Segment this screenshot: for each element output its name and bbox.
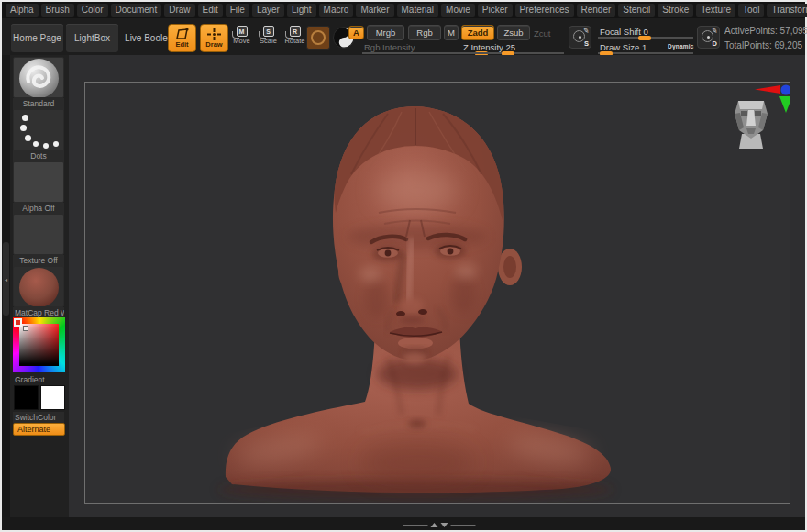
menu-item[interactable]: Render [577,4,616,17]
edit-quad-icon [174,28,190,41]
dynamic-toggle[interactable]: Dynamic [668,43,694,50]
alpha-quick-button[interactable]: A [348,26,364,39]
draw-dial-letter: D [713,39,717,48]
stroke-dial-dot [579,36,581,39]
stroke-selector[interactable]: Dots [13,109,64,162]
z-intensity-slider[interactable]: Z Intensity 25 [461,42,564,54]
stroke-pen-icon: ✎ [583,26,591,35]
viewport-area [69,55,805,517]
draw-crosshair-icon [206,28,222,41]
alternate-button[interactable]: Alternate [13,423,65,436]
x-axis-arrow[interactable] [755,85,780,94]
tray-collapse-handle[interactable]: ◂ [3,242,9,316]
zadd-button[interactable]: Zadd [461,25,494,40]
edit-button[interactable]: Edit [168,24,196,52]
menu-item[interactable]: Texture [696,4,735,17]
material-thumbnail[interactable] [13,266,64,307]
color-selection-marker[interactable] [23,326,28,331]
texture-selector[interactable]: Texture Off [13,214,64,267]
zbrush-window: AlphaBrushColorDocumentDrawEditFileLayer… [0,0,807,532]
stroke-dial-button[interactable]: ✎ S [569,26,591,49]
polymesh-head-icon [735,101,768,149]
menu-item[interactable]: Preferences [515,4,574,17]
menu-item[interactable]: Document [111,4,162,17]
move-button[interactable]: M Move [229,26,254,45]
lightbox-button[interactable]: LightBox [66,24,118,52]
rotate-button[interactable]: R Rotate [282,26,307,45]
brush-swirl-icon [14,58,64,98]
rgb-label: Rgb [416,28,432,38]
matcap-red-wax-sphere-icon [19,268,59,307]
left-divider-rail[interactable]: ◂ [2,55,10,517]
menu-item[interactable]: Layer [252,4,284,17]
mrgb-button[interactable]: Mrgb [367,25,404,40]
total-points-readout: TotalPoints: 69,205 [724,40,802,50]
alpha-thumbnail[interactable] [13,161,64,203]
menu-item[interactable]: Movie [441,4,475,17]
edit-label: Edit [175,41,188,49]
top-shelf: Home Page LightBox Live Boolean Edit Dra… [2,18,805,55]
secondary-color-swatch[interactable] [40,385,65,410]
brush-selector[interactable]: Standard [13,57,64,110]
rotate-badge: R [293,28,297,35]
menu-item[interactable]: Macro [319,4,354,17]
scale-label: Scale [260,38,277,45]
document-canvas[interactable] [84,82,790,504]
rotate-label: Rotate [284,38,304,45]
menu-item[interactable]: File [226,4,249,17]
menu-item[interactable]: Stencil [618,4,655,17]
zcut-button[interactable]: Zcut [534,28,550,39]
mrgb-label: Mrgb [376,28,396,38]
menu-item[interactable]: Tool [738,4,764,17]
stroke-thumbnail[interactable] [13,109,64,150]
zsub-label: Zsub [503,28,523,38]
rgb-intensity-label: Rgb Intensity [364,42,415,52]
color-picker[interactable] [13,317,65,372]
divider-line-right [451,525,476,526]
main-color-swatch[interactable] [14,385,39,410]
tray-expand-down-icon[interactable] [441,523,448,527]
focal-shift-handle[interactable] [638,36,651,40]
menu-item[interactable]: Brush [41,4,74,17]
stroke-dial-letter: S [584,39,589,48]
zcut-label: Zcut [534,28,550,39]
z-axis-dot[interactable] [781,85,790,95]
draw-button[interactable]: Draw [200,24,228,52]
material-selector[interactable]: MatCap Red Wax [13,266,64,319]
texture-thumbnail[interactable] [13,214,64,255]
menu-item[interactable]: Stroke [658,4,693,17]
m-button[interactable]: M [444,25,459,40]
focal-shift-slider[interactable]: Focal Shift 0 [598,27,693,39]
menu-item[interactable]: Picker [478,4,513,17]
draw-label: Draw [205,41,222,49]
m-label: M [448,28,455,38]
menu-item[interactable]: Light [287,4,316,17]
rgb-button[interactable]: Rgb [408,25,441,40]
rotate-icon: R [290,26,301,37]
draw-dial-dot [707,36,710,39]
divider-line-left [404,525,428,526]
menu-item[interactable]: Draw [164,4,194,17]
draw-pen-icon: ✎ [712,26,719,35]
menu-item[interactable]: Edit [198,4,223,17]
current-brush-button[interactable] [306,26,330,50]
menu-item[interactable]: Color [77,4,108,17]
zsub-button[interactable]: Zsub [497,25,530,40]
brush-thumbnail[interactable] [13,57,64,98]
tray-expand-up-icon[interactable] [431,523,438,527]
collapse-arrow-icon: ◂ [5,276,7,283]
scale-button[interactable]: S Scale [256,26,281,45]
menu-item[interactable]: Transform [767,4,807,17]
move-badge: M [239,28,245,35]
menu-item[interactable]: Alpha [6,4,39,17]
draw-size-dial-button[interactable]: ✎ D [697,26,720,49]
alpha-selector[interactable]: Alpha Off [13,161,64,215]
menu-item[interactable]: Material [397,4,439,17]
zadd-label: Zadd [468,28,489,38]
alpha-quick-label: A [353,28,359,38]
bottom-tray-divider[interactable] [404,523,476,527]
y-axis-arrow[interactable] [779,96,790,113]
scale-icon: S [263,26,274,37]
home-page-button[interactable]: Home Page [11,24,63,52]
menu-item[interactable]: Marker [356,4,393,17]
